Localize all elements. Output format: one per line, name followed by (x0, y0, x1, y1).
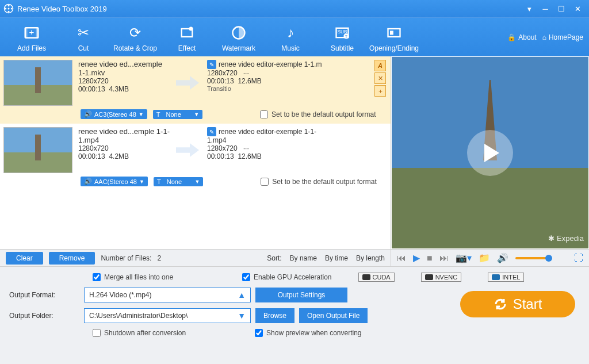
default-format-checkbox[interactable]: Set to be the default output format (260, 110, 376, 118)
svg-point-11 (189, 26, 193, 30)
sort-by-name[interactable]: By name (290, 254, 317, 262)
sort-by-length[interactable]: By length (356, 254, 385, 262)
subtitle-icon: SUBT (316, 22, 368, 43)
shutdown-checkbox[interactable]: Shutdown after conversion (93, 329, 186, 337)
subtitle-button[interactable]: SUBT Subtitle (316, 22, 368, 52)
next-button[interactable]: ⏭ (439, 253, 449, 263)
gpu-checkbox-input[interactable] (242, 273, 250, 281)
gpu-badge-nvenc: NVENC (421, 273, 462, 282)
opening-ending-button[interactable]: Opening/Ending (368, 22, 420, 52)
open-folder-icon[interactable]: 📁 (479, 252, 490, 263)
audio-track-pill[interactable]: 🔊AAC(Stereo 48▼ (81, 177, 148, 186)
minimize-button[interactable]: ─ (537, 2, 553, 16)
cut-button[interactable]: ✂ Cut (58, 22, 109, 52)
play-overlay-icon[interactable] (467, 130, 513, 176)
add-files-label: Add Files (6, 44, 58, 52)
crop-icon: ⟳ (109, 22, 161, 43)
stop-button[interactable]: ■ (427, 253, 433, 263)
refresh-icon (494, 297, 507, 311)
output-format-label: Output Format: (9, 291, 84, 299)
lock-icon: 🔒 (507, 33, 516, 41)
music-label: Music (265, 44, 316, 52)
preview-canvas[interactable]: ✱ Expedia (392, 57, 588, 248)
add-item-icon[interactable]: ＋ (374, 85, 386, 97)
prev-button[interactable]: ⏮ (397, 253, 406, 263)
chevron-down-icon: ▼ (139, 112, 144, 117)
gpu-label: Enable GPU Acceleration (254, 273, 331, 281)
output-settings-button[interactable]: Output Settings (255, 288, 347, 302)
file-tag-row: 🔊AAC(Stereo 48▼ T None ▼ Set to be the d… (0, 174, 391, 191)
browse-button[interactable]: Browse (255, 308, 294, 323)
arrow-icon (170, 60, 205, 106)
default-format-checkbox[interactable]: Set to be the default output format (261, 178, 376, 186)
subtitle-track-pill[interactable]: T None ▼ (154, 177, 203, 186)
merge-checkbox-input[interactable] (93, 273, 101, 281)
watermark-button[interactable]: Watermark (213, 22, 265, 52)
svg-point-5 (11, 8, 13, 10)
gpu-checkbox[interactable]: Enable GPU Acceleration (242, 273, 331, 282)
output-duration-size: 00:00:13 12.6MB (207, 77, 328, 85)
gpu-badge-intel: INTEL (488, 273, 524, 282)
svg-text:T: T (345, 35, 348, 39)
file-item[interactable]: renee video ed...emple 1-1-1.mp4 1280x72… (0, 124, 391, 174)
text-icon: T (156, 111, 160, 118)
default-format-checkbox-input[interactable] (261, 178, 269, 186)
fullscreen-button[interactable]: ⛶ (574, 253, 583, 263)
default-format-label: Set to be the default output format (272, 178, 376, 186)
edit-icon[interactable]: ✎ (207, 127, 216, 136)
merge-checkbox[interactable]: Merge all files into one (93, 273, 173, 282)
sort-by-time[interactable]: By time (325, 254, 348, 262)
music-button[interactable]: ♪ Music (265, 22, 316, 52)
thumbnail (3, 60, 72, 106)
dropdown-icon[interactable]: ▾ (521, 2, 537, 16)
remove-button[interactable]: Remove (49, 252, 95, 265)
svg-point-2 (8, 5, 10, 6)
output-resolution: 1280x720 ··· (207, 144, 328, 152)
add-files-button[interactable]: + Add Files (6, 22, 58, 52)
edit-icon[interactable]: ✎ (207, 60, 216, 69)
default-format-checkbox-input[interactable] (260, 110, 268, 118)
effect-icon (161, 22, 213, 43)
open-output-folder-button[interactable]: Open Output File (299, 308, 368, 323)
main-toolbar: + Add Files ✂ Cut ⟳ Rotate & Crop Effect… (0, 17, 589, 56)
clear-button[interactable]: Clear (6, 252, 43, 265)
output-folder-combo[interactable]: C:\Users\Administrator\Desktop\ ▼ (84, 308, 251, 323)
homepage-link[interactable]: ⌂ HomePage (542, 33, 583, 41)
preview-checkbox-input[interactable] (255, 329, 263, 337)
chevron-down-icon: ▼ (194, 179, 200, 185)
start-button[interactable]: Start (460, 291, 575, 317)
input-resolution: 1280x720 (78, 144, 170, 152)
text-effect-icon[interactable]: A (374, 60, 386, 71)
output-format-combo[interactable]: H.264 Video (*.mp4) ▲ (84, 288, 251, 302)
about-link[interactable]: 🔒 About (507, 33, 536, 41)
svg-rect-17 (388, 29, 400, 37)
effect-button[interactable]: Effect (161, 22, 213, 52)
svg-point-1 (8, 8, 10, 10)
main-area: renee video ed...exemple 1-1.mkv 1280x72… (0, 56, 589, 249)
transition-label: Transitio (207, 85, 328, 92)
rotate-crop-button[interactable]: ⟳ Rotate & Crop (109, 22, 161, 52)
volume-icon[interactable]: 🔊 (497, 252, 508, 263)
rotate-crop-label: Rotate & Crop (109, 44, 161, 52)
chevron-up-icon: ▲ (238, 290, 246, 300)
file-item[interactable]: renee video ed...exemple 1-1.mkv 1280x72… (0, 56, 391, 107)
preview-checkbox[interactable]: Show preview when converting (255, 329, 361, 337)
maximize-button[interactable]: ☐ (553, 2, 569, 16)
bottom-panel: Merge all files into one Enable GPU Acce… (0, 266, 589, 364)
add-files-icon: + (6, 22, 58, 43)
play-button[interactable]: ▶ (413, 252, 420, 263)
subtitle-track-pill[interactable]: T None ▼ (153, 110, 202, 119)
snapshot-button[interactable]: 📷▾ (456, 252, 472, 263)
input-duration-size: 00:00:13 4.2MB (78, 152, 170, 160)
file-tag-row: 🔊AC3(Stereo 48▼ T None ▼ Set to be the d… (0, 107, 391, 124)
audio-track-pill[interactable]: 🔊AC3(Stereo 48▼ (81, 109, 147, 119)
subtitle-label: Subtitle (316, 44, 368, 52)
svg-point-3 (8, 11, 10, 13)
text-icon: T (157, 178, 161, 185)
shutdown-checkbox-input[interactable] (93, 329, 101, 337)
volume-slider[interactable] (515, 257, 550, 259)
close-button[interactable]: ✕ (569, 2, 586, 16)
remove-item-icon[interactable]: ✕ (374, 72, 386, 84)
home-icon: ⌂ (542, 33, 546, 41)
opening-ending-icon (368, 22, 420, 43)
